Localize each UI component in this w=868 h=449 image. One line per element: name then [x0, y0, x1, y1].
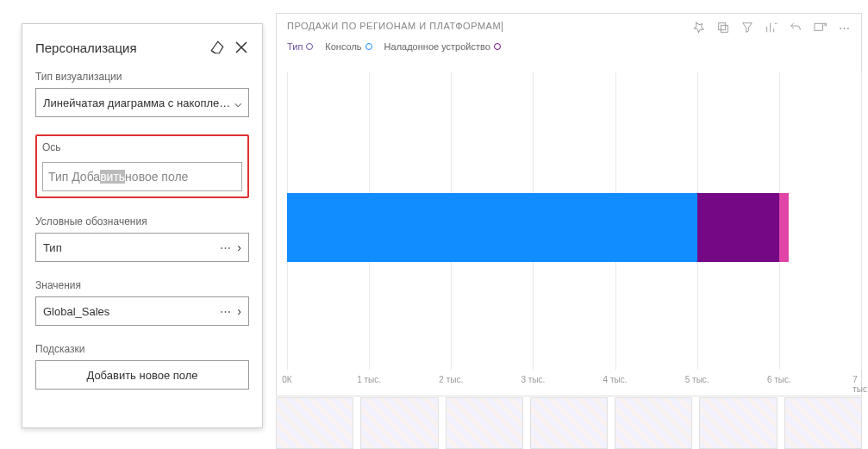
field-values: Значения Global_Sales ⋯ ›	[35, 279, 249, 326]
thumb	[784, 397, 862, 449]
x-axis-labels: 0К1 тыс.2 тыс.3 тыс.4 тыс.5 тыс.6 тыс.7 …	[287, 375, 861, 387]
axis-field-input[interactable]: Тип Добавить новое поле	[42, 162, 242, 191]
bar-segment[interactable]	[779, 193, 789, 262]
axis-placeholder-text: Тип Добавить новое поле	[48, 170, 188, 184]
viz-type-label: Тип визуализации	[35, 71, 249, 83]
values-dropdown[interactable]: Global_Sales ⋯ ›	[35, 296, 249, 326]
x-tick-label: 6 тыс.	[767, 375, 791, 384]
chart-plot-area	[287, 72, 861, 370]
bar-row	[287, 193, 861, 262]
chart-visual[interactable]: ПРОДАЖИ ПО РЕГИОНАМ И ПЛАТФОРМАМ ⋯ Тип К…	[276, 13, 862, 396]
legend-axis-label[interactable]: Тип	[287, 41, 313, 52]
x-tick-label: 3 тыс.	[521, 375, 545, 384]
undo-icon[interactable]	[789, 21, 802, 34]
svg-rect-0	[721, 25, 727, 32]
tooltips-label: Подсказки	[35, 343, 249, 355]
thumb	[615, 397, 692, 449]
focus-icon[interactable]	[813, 21, 827, 34]
thumb	[699, 397, 777, 449]
field-axis-highlighted: Ось Тип Добавить новое поле	[35, 134, 249, 198]
thumb	[446, 397, 523, 449]
legend-circle-icon	[494, 43, 501, 50]
chart-title[interactable]: ПРОДАЖИ ПО РЕГИОНАМ И ПЛАТФОРМАМ	[287, 21, 692, 32]
thumb	[276, 397, 353, 449]
x-tick-label: 7 тыс.	[852, 375, 868, 394]
pin-icon[interactable]	[692, 21, 706, 34]
viz-type-value: Линейчатая диаграмма с накоплением	[43, 97, 234, 109]
filter-icon[interactable]	[740, 21, 754, 34]
close-icon[interactable]	[234, 40, 249, 55]
bar-segment[interactable]	[697, 193, 779, 262]
background-thumbnails	[276, 397, 862, 449]
viz-type-dropdown[interactable]: Линейчатая диаграмма с накоплением ⌵	[35, 88, 249, 117]
chart-toolbar: ⋯	[692, 21, 851, 34]
chevron-right-icon: ›	[237, 240, 241, 254]
more-icon[interactable]: ⋯	[837, 21, 851, 34]
copy-icon[interactable]	[716, 21, 730, 34]
more-icon[interactable]: ⋯	[220, 305, 232, 318]
field-tooltips: Подсказки Добавить новое поле	[35, 343, 249, 390]
panel-title: Персонализация	[35, 41, 137, 55]
axis-label: Ось	[42, 141, 242, 153]
legend-item-handheld[interactable]: Наладонное устройство	[384, 41, 501, 52]
add-field-label: Добавить новое поле	[43, 369, 241, 382]
text-cursor	[502, 22, 503, 32]
values-label: Значения	[35, 279, 249, 291]
x-tick-label: 1 тыс.	[357, 375, 381, 384]
personalize-panel: Персонализация Тип визуализации Линейчат…	[22, 23, 263, 428]
gridline	[861, 72, 862, 370]
x-tick-label: 4 тыс.	[603, 375, 628, 384]
chevron-right-icon: ›	[237, 304, 241, 318]
x-tick-label: 2 тыс.	[439, 375, 463, 384]
values-value: Global_Sales	[43, 305, 220, 318]
legend-circle-icon	[365, 43, 372, 50]
bar-segment[interactable]	[287, 193, 697, 262]
svg-rect-1	[719, 23, 726, 30]
field-vizualization-type: Тип визуализации Линейчатая диаграмма с …	[35, 71, 249, 117]
legend-dropdown[interactable]: Тип ⋯ ›	[35, 233, 249, 262]
thumb	[530, 397, 608, 449]
personalize-icon[interactable]	[765, 21, 778, 34]
legend-circle-icon	[306, 43, 313, 50]
legend-label: Условные обозначения	[35, 215, 249, 228]
chevron-down-icon: ⌵	[234, 96, 241, 109]
thumb	[360, 397, 438, 449]
panel-header-icons	[209, 40, 249, 55]
x-tick-label: 5 тыс.	[685, 375, 709, 384]
add-field-button[interactable]: Добавить новое поле	[35, 360, 249, 390]
more-icon[interactable]: ⋯	[220, 241, 232, 254]
field-legend: Условные обозначения Тип ⋯ ›	[35, 215, 249, 262]
chart-legend: Тип Консоль Наладонное устройство	[277, 38, 861, 60]
x-tick-label: 0К	[282, 375, 291, 384]
eraser-icon[interactable]	[209, 40, 225, 55]
legend-value: Тип	[43, 241, 220, 254]
chart-header: ПРОДАЖИ ПО РЕГИОНАМ И ПЛАТФОРМАМ ⋯	[277, 14, 861, 38]
legend-item-console[interactable]: Консоль	[325, 41, 372, 52]
panel-header: Персонализация	[35, 33, 249, 71]
svg-rect-2	[815, 23, 822, 30]
